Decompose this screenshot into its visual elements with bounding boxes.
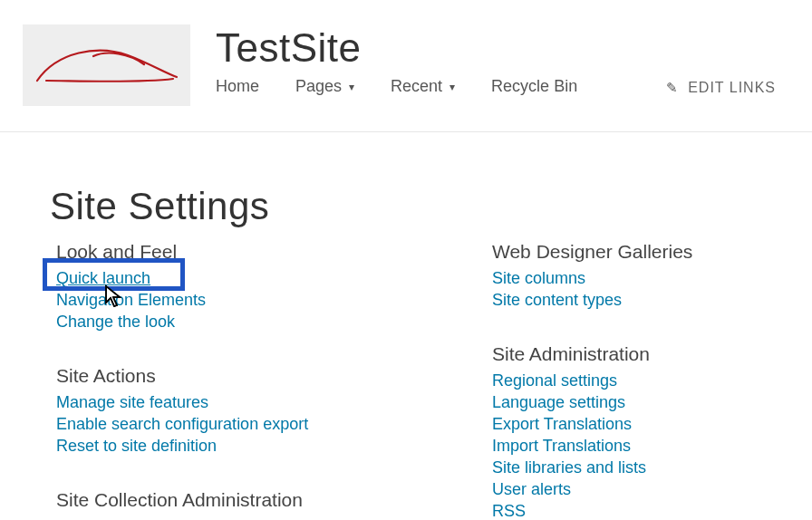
top-nav: Home Pages ▾ Recent ▾ Recycle Bin bbox=[216, 77, 614, 96]
edit-links-button[interactable]: ✎ EDIT LINKS bbox=[666, 80, 776, 96]
edit-links-label: EDIT LINKS bbox=[688, 80, 776, 96]
link-language-settings[interactable]: Language settings bbox=[492, 391, 791, 413]
link-reset-to-site-definition[interactable]: Reset to site definition bbox=[56, 435, 437, 457]
link-enable-search-export[interactable]: Enable search configuration export bbox=[56, 413, 437, 435]
section-site-actions-heading: Site Actions bbox=[56, 365, 437, 387]
link-site-libraries-and-lists[interactable]: Site libraries and lists bbox=[492, 457, 791, 478]
section-site-collection-admin-heading: Site Collection Administration bbox=[56, 489, 437, 511]
nav-recent-label: Recent bbox=[391, 77, 442, 96]
pencil-icon: ✎ bbox=[666, 80, 679, 96]
settings-left-column: Look and Feel Quick launch Navigation El… bbox=[56, 241, 437, 515]
nav-home[interactable]: Home bbox=[216, 77, 259, 96]
nav-home-label: Home bbox=[216, 77, 259, 96]
section-look-and-feel-heading: Look and Feel bbox=[56, 241, 437, 263]
link-manage-site-features[interactable]: Manage site features bbox=[56, 391, 437, 413]
nav-recycle-label: Recycle Bin bbox=[491, 77, 577, 96]
chevron-down-icon: ▾ bbox=[450, 81, 455, 93]
site-logo[interactable] bbox=[23, 24, 190, 106]
link-quick-launch[interactable]: Quick launch bbox=[56, 267, 437, 289]
site-banner: TestSite Home Pages ▾ Recent ▾ Recycle B… bbox=[0, 0, 812, 132]
link-export-translations[interactable]: Export Translations bbox=[492, 413, 791, 435]
link-site-content-types[interactable]: Site content types bbox=[492, 289, 791, 311]
nav-recycle-bin[interactable]: Recycle Bin bbox=[491, 77, 577, 96]
section-web-designer-galleries-heading: Web Designer Galleries bbox=[492, 241, 791, 263]
section-look-and-feel-links: Quick launch Navigation Elements Change … bbox=[56, 267, 437, 332]
link-regional-settings[interactable]: Regional settings bbox=[492, 370, 791, 391]
section-site-actions-links: Manage site features Enable search confi… bbox=[56, 391, 437, 457]
settings-right-column: Web Designer Galleries Site columns Site… bbox=[492, 241, 791, 520]
link-user-alerts[interactable]: User alerts bbox=[492, 478, 791, 500]
link-site-columns[interactable]: Site columns bbox=[492, 267, 791, 289]
section-site-administration-links: Regional settings Language settings Expo… bbox=[492, 370, 791, 520]
page-title: Site Settings bbox=[50, 185, 269, 228]
nav-pages[interactable]: Pages ▾ bbox=[295, 77, 354, 96]
link-navigation-elements[interactable]: Navigation Elements bbox=[56, 289, 437, 311]
car-logo-icon bbox=[30, 34, 184, 97]
section-web-designer-galleries-links: Site columns Site content types bbox=[492, 267, 791, 311]
nav-pages-label: Pages bbox=[295, 77, 342, 96]
link-import-translations[interactable]: Import Translations bbox=[492, 435, 791, 457]
section-site-administration-heading: Site Administration bbox=[492, 343, 791, 365]
nav-recent[interactable]: Recent ▾ bbox=[391, 77, 455, 96]
link-change-the-look[interactable]: Change the look bbox=[56, 311, 437, 332]
site-title[interactable]: TestSite bbox=[216, 25, 362, 71]
link-rss[interactable]: RSS bbox=[492, 500, 791, 520]
chevron-down-icon: ▾ bbox=[349, 81, 354, 93]
